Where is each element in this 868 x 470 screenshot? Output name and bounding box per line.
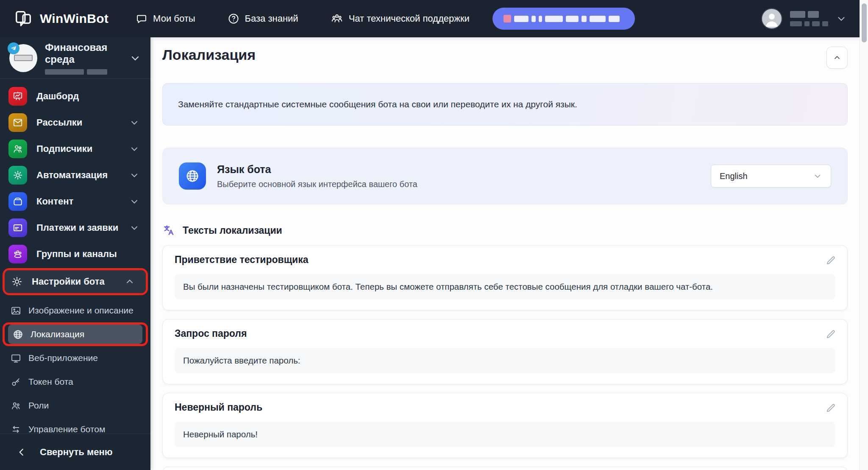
annotation-highlight-localization: Локализация xyxy=(3,322,148,346)
info-banner: Заменяйте стандартные системные сообщени… xyxy=(162,83,848,126)
group-icon xyxy=(8,245,27,263)
collapse-menu-button[interactable]: Свернуть меню xyxy=(0,434,150,470)
chevron-down-icon xyxy=(129,52,141,64)
sidebar-item-bot-token[interactable]: Токен бота xyxy=(0,370,150,394)
text-card-title: Приветствие тестировщика xyxy=(175,254,835,266)
scrollbar-thumb[interactable] xyxy=(862,3,867,42)
sidebar-item-bot-settings[interactable]: Настройки бота xyxy=(5,270,146,293)
monitor-icon xyxy=(10,352,22,364)
user-avatar xyxy=(761,8,782,29)
language-select-value: English xyxy=(720,171,748,181)
chevron-down-icon xyxy=(129,118,139,128)
text-card-password-request: Запрос пароля Пожалуйста введите пароль: xyxy=(162,319,848,384)
user-menu[interactable] xyxy=(761,8,847,29)
text-card-value[interactable]: Пожалуйста введите пароль: xyxy=(175,348,835,373)
globe-tile-icon xyxy=(179,162,206,190)
chevron-down-icon xyxy=(129,196,139,207)
people-group-icon xyxy=(331,12,343,25)
sidebar-item-image-description[interactable]: Изображение и описание xyxy=(0,299,150,322)
sidebar-item-broadcasts[interactable]: Рассылки xyxy=(0,109,150,136)
chevron-down-icon xyxy=(836,13,847,24)
sidebar-item-roles[interactable]: Роли xyxy=(0,394,150,417)
brand-title: WinWinBot xyxy=(40,11,108,26)
chevron-down-icon xyxy=(129,223,139,233)
bot-language-card: Язык бота Выберите основной язык интерфе… xyxy=(162,148,848,204)
chevron-down-icon xyxy=(129,144,139,154)
text-card-tester-greeting: Приветствие тестировщика Вы были назначе… xyxy=(162,245,848,311)
topbar-nav: Мои боты База знаний Чат те xyxy=(136,12,470,25)
bot-name: Финансовая среда xyxy=(45,42,129,65)
annotation-highlight-settings: Настройки бота xyxy=(3,268,148,295)
language-card-subtitle: Выберите основной язык интерфейса вашего… xyxy=(217,179,417,189)
text-card-wrong-password: Неверный пароль Неверный пароль! xyxy=(162,393,848,458)
nav-support-chat[interactable]: Чат технической поддержки xyxy=(331,12,470,25)
sidebar-item-web-app[interactable]: Веб-приложение xyxy=(0,346,150,370)
image-icon xyxy=(10,305,22,316)
sidebar-menu: Дашборд Рассылки Подписч xyxy=(0,79,150,441)
winwinbot-logo-icon xyxy=(14,9,33,28)
users-icon xyxy=(8,140,27,158)
text-card-title: Неверный пароль xyxy=(175,402,835,413)
edit-pencil-icon[interactable] xyxy=(825,403,836,414)
topbar: WinWinBot Мои боты База знаний xyxy=(0,0,860,37)
user-name-blurred xyxy=(790,11,828,26)
sidebar-item-dashboard[interactable]: Дашборд xyxy=(0,83,150,109)
bot-profile-switcher[interactable]: Финансовая среда xyxy=(0,37,150,79)
sidebar-item-groups-channels[interactable]: Группы и каналы xyxy=(0,241,150,267)
edit-pencil-icon[interactable] xyxy=(825,329,836,340)
language-select[interactable]: English xyxy=(711,165,831,187)
envelope-icon xyxy=(8,113,27,132)
section-title: Тексты локализации xyxy=(183,225,282,236)
collapse-panel-button[interactable] xyxy=(826,47,848,69)
sidebar-item-content[interactable]: Контент xyxy=(0,188,150,215)
nav-label: База знаний xyxy=(245,13,298,24)
question-circle-icon xyxy=(228,13,239,25)
nav-knowledge-base[interactable]: База знаний xyxy=(228,13,298,25)
globe-icon xyxy=(12,329,24,340)
chevron-down-icon xyxy=(129,170,139,180)
chevron-left-icon xyxy=(16,447,27,458)
credit-card-icon xyxy=(8,218,27,237)
text-card-value[interactable]: Неверный пароль! xyxy=(175,422,835,447)
promo-button-blurred[interactable] xyxy=(492,8,635,30)
language-card-title: Язык бота xyxy=(217,163,417,176)
sidebar-item-automation[interactable]: Автоматизация xyxy=(0,162,150,188)
nav-my-bots[interactable]: Мои боты xyxy=(136,13,195,25)
bot-avatar xyxy=(9,44,37,72)
chevron-down-icon xyxy=(813,171,822,181)
text-card-value[interactable]: Вы были назначены тестировщиком бота. Те… xyxy=(175,274,835,299)
bot-settings-submenu: Изображение и описание Локализация xyxy=(0,299,150,441)
edit-pencil-icon[interactable] xyxy=(825,255,836,266)
gear-icon xyxy=(8,166,27,185)
users-outline-icon xyxy=(10,400,22,411)
text-card-partial xyxy=(162,467,848,470)
dashboard-icon xyxy=(8,87,27,106)
page-scrollbar[interactable] xyxy=(860,0,868,470)
text-card-title: Запрос пароля xyxy=(175,328,835,339)
chat-bubble-icon xyxy=(136,13,147,25)
page-title: Локализация xyxy=(162,47,256,63)
sidebar: Финансовая среда Дашборд xyxy=(0,37,150,470)
sidebar-item-payments[interactable]: Платежи и заявки xyxy=(0,215,150,241)
box-icon xyxy=(8,192,27,211)
translate-icon xyxy=(162,224,175,237)
bot-username-blurred xyxy=(45,69,129,75)
nav-label: Чат технической поддержки xyxy=(349,13,470,24)
gear-outline-icon xyxy=(11,275,23,288)
chevron-up-icon xyxy=(125,277,135,287)
sidebar-item-localization[interactable]: Локализация xyxy=(8,325,142,344)
info-banner-text: Заменяйте стандартные системные сообщени… xyxy=(178,99,577,109)
nav-label: Мои боты xyxy=(153,13,195,24)
sidebar-item-subscribers[interactable]: Подписчики xyxy=(0,136,150,162)
telegram-badge-icon xyxy=(8,42,19,54)
main-content: Локализация Заменяйте стандартные систем… xyxy=(150,37,860,470)
key-icon xyxy=(10,376,22,388)
